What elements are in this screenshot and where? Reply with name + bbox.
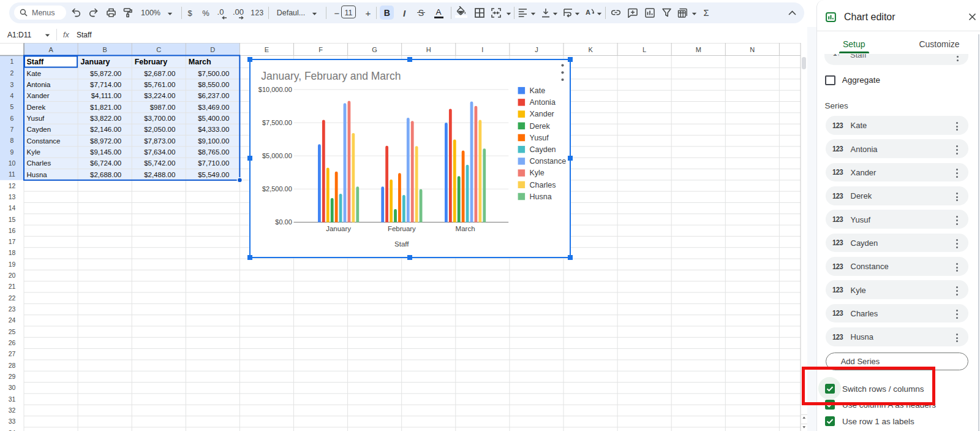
svg-text:F: F (318, 46, 323, 53)
svg-text:28: 28 (9, 362, 16, 369)
svg-text:$987.00: $987.00 (150, 104, 176, 111)
svg-text:21: 21 (9, 283, 16, 290)
svg-text:Kyle: Kyle (27, 148, 40, 156)
svg-text:18: 18 (9, 249, 16, 256)
svg-text:K: K (588, 46, 593, 53)
svg-text:16: 16 (9, 227, 16, 234)
svg-text:$5,872.00: $5,872.00 (90, 70, 121, 77)
svg-text:Yusuf: Yusuf (27, 115, 45, 122)
svg-text:$8,550.00: $8,550.00 (198, 81, 229, 88)
svg-text:$2,488.00: $2,488.00 (144, 171, 175, 178)
svg-text:E: E (265, 46, 269, 53)
svg-text:$2,050.00: $2,050.00 (144, 126, 175, 133)
svg-text:$9,100.00: $9,100.00 (198, 137, 229, 145)
svg-text:27: 27 (9, 350, 16, 357)
svg-text:5: 5 (10, 103, 14, 110)
svg-text:$2,146.00: $2,146.00 (90, 126, 121, 133)
svg-text:A: A (586, 9, 590, 16)
svg-text:15: 15 (9, 216, 16, 223)
svg-text:Husna: Husna (27, 171, 48, 178)
svg-text:$7,634.00: $7,634.00 (144, 148, 175, 156)
svg-text:$7,873.00: $7,873.00 (144, 137, 175, 145)
svg-text:33: 33 (9, 418, 16, 425)
svg-text:$4,111.00: $4,111.00 (91, 92, 121, 99)
svg-text:Staff: Staff (27, 58, 45, 66)
svg-text:29: 29 (9, 373, 16, 380)
svg-text:D: D (210, 46, 215, 53)
svg-text:20: 20 (9, 272, 16, 279)
svg-text:Antonia: Antonia (27, 81, 51, 88)
svg-text:$5,742.00: $5,742.00 (144, 159, 175, 167)
svg-text:17: 17 (9, 238, 16, 245)
svg-text:Charles: Charles (27, 159, 51, 167)
svg-text:13: 13 (9, 193, 16, 200)
svg-text:$7,500.00: $7,500.00 (198, 70, 229, 77)
svg-text:25: 25 (9, 328, 16, 335)
svg-text:6: 6 (10, 115, 14, 122)
svg-text:March: March (189, 58, 211, 66)
svg-text:$8,972.00: $8,972.00 (90, 137, 121, 145)
svg-text:Derek: Derek (27, 104, 46, 111)
svg-text:1: 1 (10, 58, 14, 65)
svg-text:7: 7 (10, 126, 14, 133)
svg-text:$5,400.00: $5,400.00 (198, 115, 229, 122)
svg-text:$7,714.00: $7,714.00 (90, 81, 121, 88)
svg-text:12: 12 (9, 182, 16, 189)
svg-text:$2,688.00: $2,688.00 (90, 171, 121, 178)
svg-text:$3,224.00: $3,224.00 (144, 92, 175, 99)
svg-text:Xander: Xander (27, 92, 50, 99)
svg-text:N: N (750, 46, 755, 53)
svg-text:$3,700.00: $3,700.00 (144, 115, 175, 122)
svg-text:32: 32 (9, 406, 16, 414)
svg-text:M: M (696, 46, 701, 53)
svg-text:$8,765.00: $8,765.00 (198, 148, 229, 156)
svg-text:$4,333.00: $4,333.00 (198, 126, 229, 133)
svg-text:H: H (426, 46, 431, 53)
svg-text:10: 10 (9, 159, 16, 167)
svg-text:$6,237.00: $6,237.00 (198, 92, 229, 99)
svg-text:$3,822.00: $3,822.00 (90, 115, 121, 122)
svg-text:11: 11 (9, 170, 15, 178)
svg-text:$3,469.00: $3,469.00 (198, 104, 229, 111)
svg-text:$2,687.00: $2,687.00 (144, 70, 175, 77)
svg-text:January: January (81, 58, 110, 66)
svg-text:Constance: Constance (27, 137, 61, 145)
svg-text:$5,761.00: $5,761.00 (144, 81, 175, 88)
svg-text:February: February (135, 58, 168, 66)
svg-text:J: J (535, 46, 538, 53)
svg-text:Kate: Kate (27, 70, 42, 77)
svg-text:2: 2 (10, 69, 14, 77)
svg-text:14: 14 (9, 204, 16, 212)
svg-text:3: 3 (10, 81, 14, 88)
svg-text:8: 8 (10, 137, 14, 144)
svg-text:$6,724.00: $6,724.00 (90, 159, 121, 167)
svg-text:C: C (156, 46, 161, 53)
svg-text:19: 19 (9, 261, 16, 268)
svg-text:Cayden: Cayden (27, 126, 51, 133)
svg-text:L: L (643, 46, 646, 53)
svg-text:$7,710.00: $7,710.00 (198, 159, 229, 167)
svg-text:$5,549.00: $5,549.00 (198, 171, 229, 178)
svg-text:$9,145.00: $9,145.00 (90, 148, 121, 156)
svg-text:G: G (372, 46, 377, 53)
svg-text:I: I (481, 46, 483, 53)
svg-text:30: 30 (9, 384, 16, 391)
svg-text:22: 22 (9, 294, 16, 302)
svg-text:34: 34 (9, 429, 16, 431)
svg-text:26: 26 (9, 339, 16, 346)
svg-text:B: B (102, 46, 107, 53)
svg-text:4: 4 (10, 92, 14, 99)
svg-text:24: 24 (9, 316, 16, 324)
svg-text:31: 31 (9, 395, 16, 403)
svg-text:23: 23 (9, 305, 16, 313)
svg-text:A: A (48, 46, 53, 53)
svg-text:9: 9 (10, 148, 14, 156)
svg-text:$1,821.00: $1,821.00 (90, 104, 121, 111)
